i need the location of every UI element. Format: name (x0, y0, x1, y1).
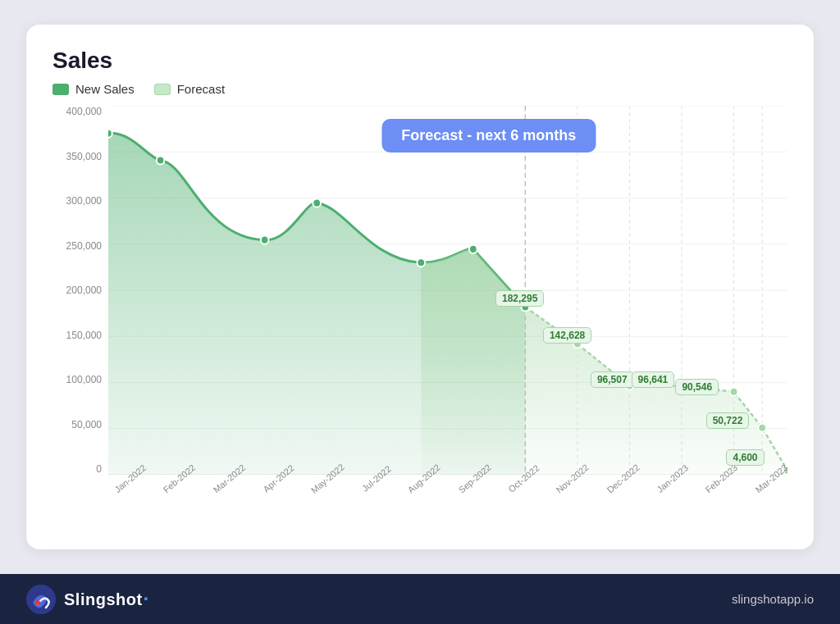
y-label-250k: 250,000 (52, 240, 108, 252)
dot-jan22 (108, 130, 112, 138)
data-label-182295: 182,295 (495, 290, 544, 307)
slingshot-logo (26, 585, 56, 614)
y-label-150k: 150,000 (52, 330, 108, 341)
data-label-96507: 96,507 (591, 371, 634, 388)
data-label-142628: 142,628 (543, 327, 591, 344)
chart-svg (108, 106, 788, 475)
legend-forecast-label: Forecast (177, 82, 225, 96)
dot-mar22 (261, 236, 269, 244)
y-label-300k: 300,000 (52, 195, 108, 207)
forecast-area (421, 249, 788, 475)
forecast-banner: Forecast - next 6 months (381, 119, 596, 153)
y-label-100k: 100,000 (52, 374, 108, 385)
dot-feb22 (157, 156, 165, 164)
legend-forecast: Forecast (154, 82, 225, 96)
dot-may22 (417, 258, 425, 266)
x-axis: Jan-2022 Feb-2022 Mar-2022 Apr-2022 May-… (108, 475, 788, 508)
forecast-swatch (154, 84, 171, 95)
y-label-0: 0 (52, 463, 108, 475)
data-label-90546: 90,546 (675, 379, 719, 395)
y-label-200k: 200,000 (52, 285, 108, 296)
chart-container: 0 50,000 100,000 150,000 200,000 250,000… (52, 106, 788, 508)
y-axis: 0 50,000 100,000 150,000 200,000 250,000… (52, 106, 108, 475)
dot-apr22 (313, 199, 321, 207)
data-label-50722: 50,722 (706, 412, 750, 429)
footer: Slingshot· slingshotapp.io (0, 574, 840, 624)
footer-brand: Slingshot· (26, 585, 149, 614)
footer-brand-name: Slingshot· (64, 589, 149, 609)
footer-url: slingshotapp.io (732, 592, 814, 606)
main-area: Sales New Sales Forecast 0 50,000 100,00… (0, 0, 840, 574)
data-label-4600: 4,600 (726, 449, 764, 466)
legend-new-sales-label: New Sales (75, 82, 135, 96)
chart-card: Sales New Sales Forecast 0 50,000 100,00… (26, 25, 814, 549)
dot-jul22 (469, 245, 477, 253)
y-label-50k: 50,000 (52, 419, 108, 430)
new-sales-swatch (52, 84, 69, 95)
y-label-400k: 400,000 (52, 106, 108, 117)
legend: New Sales Forecast (52, 82, 788, 96)
svg-point-10 (35, 600, 40, 605)
chart-svg-area: Forecast - next 6 months 182,295 142,628… (108, 106, 788, 475)
data-label-96641: 96,641 (632, 371, 675, 388)
dot-dec22 (730, 388, 738, 396)
dot-jan23 (758, 424, 766, 432)
y-label-350k: 350,000 (52, 151, 108, 162)
chart-title: Sales (52, 48, 788, 74)
legend-new-sales: New Sales (52, 82, 135, 96)
forecast-banner-text: Forecast - next 6 months (401, 127, 576, 143)
